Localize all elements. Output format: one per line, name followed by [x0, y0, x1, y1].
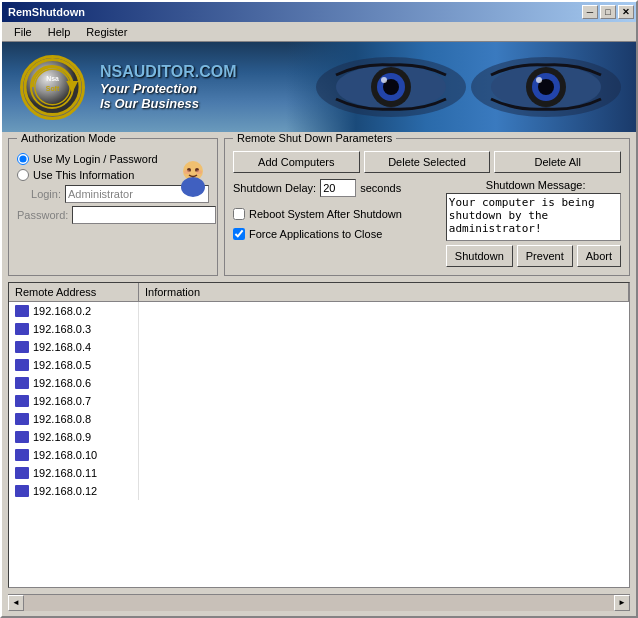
computer-btns-row: Add Computers Delete Selected Delete All	[233, 151, 621, 173]
logo: Nsa Soft	[12, 47, 92, 127]
table-body: 192.168.0.2 192.168.0.3 192.168.0.4 192.…	[9, 302, 629, 587]
table-row[interactable]: 192.168.0.6	[9, 374, 629, 392]
reboot-label: Reboot System After Shutdown	[249, 208, 402, 220]
banner-eyes	[286, 42, 636, 132]
td-address: 192.168.0.12	[9, 482, 139, 500]
address-text: 192.168.0.10	[33, 449, 97, 461]
prevent-button[interactable]: Prevent	[517, 245, 573, 267]
monitor-icon	[15, 305, 29, 317]
monitor-icon	[15, 341, 29, 353]
delete-selected-button[interactable]: Delete Selected	[364, 151, 491, 173]
address-text: 192.168.0.8	[33, 413, 91, 425]
col-header-address: Remote Address	[9, 283, 139, 301]
monitor-icon	[15, 485, 29, 497]
abort-button[interactable]: Abort	[577, 245, 621, 267]
add-computers-button[interactable]: Add Computers	[233, 151, 360, 173]
logo-circle: Nsa Soft	[20, 55, 85, 120]
monitor-icon	[15, 431, 29, 443]
banner-tagline-1: Your Protection	[100, 81, 237, 96]
monitor-icon	[15, 323, 29, 335]
svg-point-17	[181, 177, 205, 197]
shutdown-button[interactable]: Shutdown	[446, 245, 513, 267]
delete-all-button[interactable]: Delete All	[494, 151, 621, 173]
address-text: 192.168.0.6	[33, 377, 91, 389]
title-bar: RemShutdown ─ □ ✕	[2, 2, 636, 22]
site-prefix: NS	[100, 63, 122, 80]
address-text: 192.168.0.5	[33, 359, 91, 371]
maximize-button[interactable]: □	[600, 5, 616, 19]
table-row[interactable]: 192.168.0.12	[9, 482, 629, 500]
scroll-right-button[interactable]: ►	[614, 595, 630, 611]
menu-register[interactable]: Register	[78, 24, 135, 40]
force-label: Force Applications to Close	[249, 228, 382, 240]
top-panels: Authorization Mode Use My Login / Passwo…	[8, 138, 630, 276]
td-address: 192.168.0.2	[9, 302, 139, 320]
banner-site: NSAUDITOR.COM	[100, 63, 237, 81]
scroll-left-button[interactable]: ◄	[8, 595, 24, 611]
delay-input[interactable]	[320, 179, 356, 197]
auth-panel-title: Authorization Mode	[17, 132, 120, 144]
reboot-checkbox-row: Reboot System After Shutdown	[233, 208, 402, 220]
password-input[interactable]	[72, 206, 216, 224]
td-address: 192.168.0.8	[9, 410, 139, 428]
msg-textarea[interactable]	[446, 193, 621, 241]
param-left: Shutdown Delay: seconds Reboot System Af…	[233, 179, 402, 243]
table-row[interactable]: 192.168.0.3	[9, 320, 629, 338]
auth-panel: Authorization Mode Use My Login / Passwo…	[8, 138, 218, 276]
monitor-icon	[15, 467, 29, 479]
svg-text:Nsa: Nsa	[46, 75, 59, 82]
address-text: 192.168.0.3	[33, 323, 91, 335]
password-label: Password:	[17, 209, 68, 221]
table-row[interactable]: 192.168.0.5	[9, 356, 629, 374]
td-info	[139, 428, 629, 446]
svg-text:Soft: Soft	[45, 85, 59, 92]
monitor-icon	[15, 449, 29, 461]
menu-help[interactable]: Help	[40, 24, 79, 40]
reboot-checkbox[interactable]	[233, 208, 245, 220]
td-info	[139, 356, 629, 374]
mascot	[176, 159, 211, 199]
action-btns: Shutdown Prevent Abort	[446, 245, 621, 267]
td-address: 192.168.0.11	[9, 464, 139, 482]
table-header: Remote Address Information	[9, 283, 629, 302]
td-address: 192.168.0.7	[9, 392, 139, 410]
msg-label: Shutdown Message:	[486, 179, 586, 191]
force-checkbox[interactable]	[233, 228, 245, 240]
table-row[interactable]: 192.168.0.2	[9, 302, 629, 320]
radio-my-login-label: Use My Login / Password	[33, 153, 158, 165]
radio-this-info[interactable]	[17, 169, 29, 181]
table-row[interactable]: 192.168.0.8	[9, 410, 629, 428]
td-info	[139, 392, 629, 410]
seconds-label: seconds	[360, 182, 401, 194]
td-info	[139, 482, 629, 500]
svg-point-0	[24, 59, 79, 114]
svg-point-21	[196, 170, 202, 174]
address-text: 192.168.0.12	[33, 485, 97, 497]
banner-text: NSAUDITOR.COM Your Protection Is Our Bus…	[100, 63, 237, 111]
svg-point-1	[34, 69, 69, 104]
menu-file[interactable]: File	[6, 24, 40, 40]
address-text: 192.168.0.7	[33, 395, 91, 407]
address-text: 192.168.0.9	[33, 431, 91, 443]
scrollbar-area: ◄ ►	[8, 594, 630, 610]
close-button[interactable]: ✕	[618, 5, 634, 19]
scroll-track[interactable]	[24, 595, 614, 611]
table-row[interactable]: 192.168.0.4	[9, 338, 629, 356]
password-row: Password:	[17, 206, 209, 224]
td-info	[139, 374, 629, 392]
table-row[interactable]: 192.168.0.7	[9, 392, 629, 410]
monitor-icon	[15, 413, 29, 425]
svg-point-15	[536, 77, 542, 83]
radio-my-login[interactable]	[17, 153, 29, 165]
table-row[interactable]: 192.168.0.10	[9, 446, 629, 464]
col-header-info: Information	[139, 283, 629, 301]
td-info	[139, 464, 629, 482]
td-address: 192.168.0.9	[9, 428, 139, 446]
menu-bar: File Help Register	[2, 22, 636, 42]
main-content: Authorization Mode Use My Login / Passwo…	[2, 132, 636, 616]
table-row[interactable]: 192.168.0.9	[9, 428, 629, 446]
td-address: 192.168.0.5	[9, 356, 139, 374]
minimize-button[interactable]: ─	[582, 5, 598, 19]
table-row[interactable]: 192.168.0.11	[9, 464, 629, 482]
param-right: Shutdown Message: Shutdown Prevent Abort	[446, 179, 621, 267]
